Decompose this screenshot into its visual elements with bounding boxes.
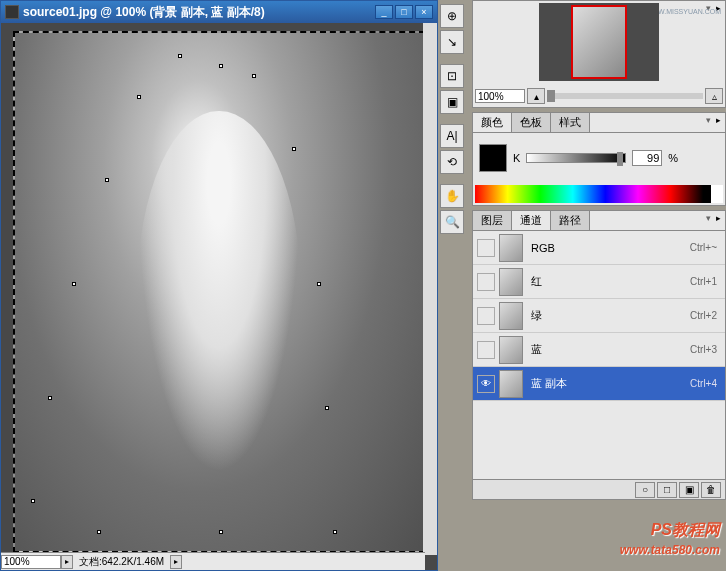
tab-color[interactable]: 颜色 <box>473 113 512 132</box>
load-selection-icon[interactable]: ○ <box>635 482 655 498</box>
zoom-menu-button[interactable]: ▸ <box>61 555 73 569</box>
document-window: source01.jpg @ 100% (背景 副本, 蓝 副本/8) _ □ … <box>0 0 438 571</box>
channel-thumbnail <box>499 234 523 262</box>
tool-rotate-icon[interactable]: ⟲ <box>440 150 464 174</box>
channel-name: 绿 <box>527 308 686 323</box>
k-value-input[interactable] <box>632 150 662 166</box>
zoom-input[interactable] <box>1 555 61 569</box>
tool-column: ⊕ ↘ ⊡ ▣ A| ⟲ ✋ 🔍 <box>440 4 468 236</box>
navigator-thumbnail <box>571 5 627 79</box>
color-panel-tabs: 颜色 色板 样式 <box>473 113 725 133</box>
zoom-out-icon[interactable]: ▴ <box>527 88 545 104</box>
tab-swatches[interactable]: 色板 <box>512 113 551 132</box>
tab-layers[interactable]: 图层 <box>473 211 512 230</box>
foreground-color-swatch[interactable] <box>479 144 507 172</box>
navigator-zoom-input[interactable] <box>475 89 525 103</box>
tab-styles[interactable]: 样式 <box>551 113 590 132</box>
tab-paths[interactable]: 路径 <box>551 211 590 230</box>
doc-info-menu-button[interactable]: ▸ <box>170 555 182 569</box>
visibility-toggle[interactable] <box>477 273 495 291</box>
page-watermark-line2: www.tata580.com <box>620 543 720 557</box>
channel-shortcut: Ctrl+1 <box>690 276 721 287</box>
panel-collapse-icon[interactable]: ▾ <box>706 115 711 125</box>
tab-channels[interactable]: 通道 <box>512 211 551 230</box>
tool-align-icon[interactable]: A| <box>440 124 464 148</box>
canvas[interactable] <box>13 31 425 553</box>
channel-thumbnail <box>499 302 523 330</box>
minimize-button[interactable]: _ <box>375 5 393 19</box>
panel-menu-icon[interactable]: ▸ <box>713 213 723 223</box>
channel-thumbnail <box>499 370 523 398</box>
channel-name: 蓝 <box>527 342 686 357</box>
document-titlebar[interactable]: source01.jpg @ 100% (背景 副本, 蓝 副本/8) _ □ … <box>1 1 437 23</box>
channels-panel-tabs: 图层 通道 路径 <box>473 211 725 231</box>
zoom-in-icon[interactable]: ▵ <box>705 88 723 104</box>
statusbar: ▸ 文档:642.2K/1.46M ▸ <box>1 552 425 570</box>
channel-name: 红 <box>527 274 686 289</box>
channels-panel: ▾ ▸ 图层 通道 路径 RGBCtrl+~红Ctrl+1绿Ctrl+2蓝Ctr… <box>472 210 726 500</box>
tool-zoom-icon[interactable]: 🔍 <box>440 210 464 234</box>
visibility-toggle[interactable] <box>477 307 495 325</box>
channel-thumbnail <box>499 336 523 364</box>
k-channel-label: K <box>513 152 520 164</box>
channel-shortcut: Ctrl+4 <box>690 378 721 389</box>
new-channel-icon[interactable]: ▣ <box>679 482 699 498</box>
page-watermark-line1: PS教程网 <box>651 520 720 541</box>
percent-label: % <box>668 152 678 164</box>
tool-icon[interactable]: ▣ <box>440 90 464 114</box>
tool-icon[interactable]: ↘ <box>440 30 464 54</box>
delete-channel-icon[interactable]: 🗑 <box>701 482 721 498</box>
visibility-toggle[interactable] <box>477 375 495 393</box>
save-selection-icon[interactable]: □ <box>657 482 677 498</box>
document-title: source01.jpg @ 100% (背景 副本, 蓝 副本/8) <box>23 4 375 21</box>
panel-menu-icon[interactable]: ▸ <box>713 115 723 125</box>
channel-row[interactable]: 蓝 副本Ctrl+4 <box>473 367 725 401</box>
tool-icon[interactable]: ⊕ <box>440 4 464 28</box>
channel-row[interactable]: 绿Ctrl+2 <box>473 299 725 333</box>
panel-collapse-icon[interactable]: ▾ <box>706 213 711 223</box>
channel-name: RGB <box>527 242 686 254</box>
tool-icon[interactable]: ⊡ <box>440 64 464 88</box>
close-button[interactable]: × <box>415 5 433 19</box>
channel-shortcut: Ctrl+3 <box>690 344 721 355</box>
doc-info-text: 文档:642.2K/1.46M <box>73 555 170 569</box>
channel-shortcut: Ctrl+2 <box>690 310 721 321</box>
vertical-scrollbar[interactable] <box>423 23 437 555</box>
visibility-toggle[interactable] <box>477 341 495 359</box>
navigator-panel: ▾ ▸ 思缘设计论坛 WWW.MISSYUAN.COM ▴ ▵ <box>472 0 726 108</box>
tool-hand-icon[interactable]: ✋ <box>440 184 464 208</box>
channel-row[interactable]: 蓝Ctrl+3 <box>473 333 725 367</box>
channel-thumbnail <box>499 268 523 296</box>
navigator-zoom-slider[interactable] <box>547 93 703 99</box>
image-content <box>15 33 423 551</box>
channel-list: RGBCtrl+~红Ctrl+1绿Ctrl+2蓝Ctrl+3蓝 副本Ctrl+4 <box>473 231 725 471</box>
maximize-button[interactable]: □ <box>395 5 413 19</box>
navigator-preview[interactable] <box>539 3 659 81</box>
channel-row[interactable]: 红Ctrl+1 <box>473 265 725 299</box>
color-spectrum[interactable] <box>475 185 723 203</box>
channel-name: 蓝 副本 <box>527 376 686 391</box>
visibility-toggle[interactable] <box>477 239 495 257</box>
channel-row[interactable]: RGBCtrl+~ <box>473 231 725 265</box>
channel-shortcut: Ctrl+~ <box>690 242 721 253</box>
color-panel: ▾ ▸ 颜色 色板 样式 K % <box>472 112 726 206</box>
channels-panel-footer: ○ □ ▣ 🗑 <box>473 479 725 499</box>
k-slider[interactable] <box>526 153 626 163</box>
app-icon <box>5 5 19 19</box>
